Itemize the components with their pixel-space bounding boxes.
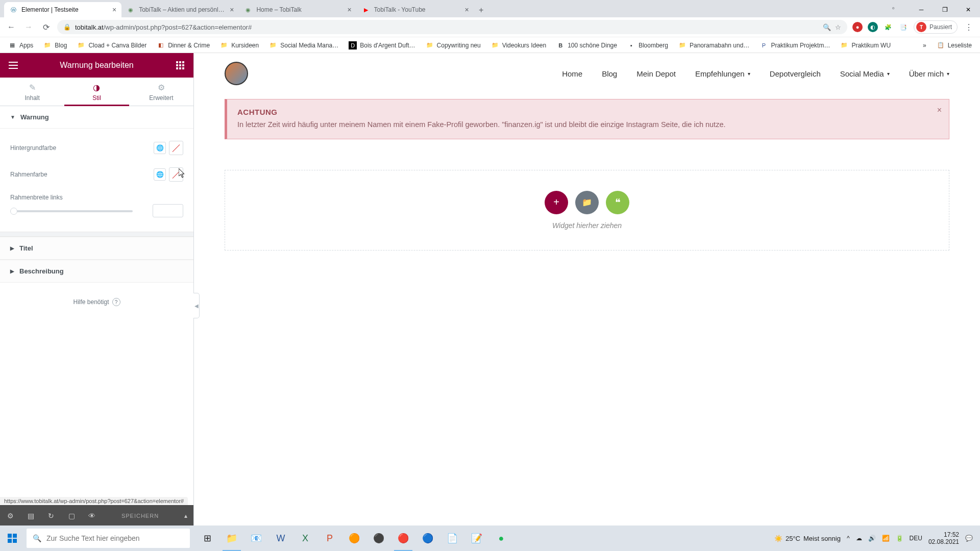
nav-about[interactable]: Über mich▾ [909, 69, 949, 78]
collapse-sidebar-handle[interactable]: ◀ [193, 293, 200, 318]
mail-icon[interactable]: 📧 [244, 525, 268, 551]
extensions-menu-icon[interactable]: 🧩 [883, 22, 893, 32]
bookmark-item[interactable]: PPraktikum Projektm… [755, 39, 834, 52]
bookmark-item[interactable]: 📁Videokurs Ideen [487, 39, 551, 52]
bookmark-item[interactable]: DBois d'Argent Duft… [345, 39, 419, 52]
bookmark-item[interactable]: 📁Social Media Mana… [265, 39, 342, 52]
help-link[interactable]: Hilfe benötigt ? [0, 283, 193, 321]
nav-depotvergleich[interactable]: Depotvergleich [770, 69, 821, 78]
notifications-icon[interactable]: 💬 [965, 535, 973, 542]
close-window-button[interactable]: ✕ [957, 2, 980, 17]
app-icon[interactable]: 📄 [440, 525, 464, 551]
tab-content[interactable]: ✎ Inhalt [0, 78, 64, 106]
weather-widget[interactable]: ☀️ 25°C Meist sonnig [774, 535, 841, 542]
save-options-icon[interactable]: ▴ [178, 512, 193, 519]
app-icon[interactable]: 🟠 [342, 525, 366, 551]
word-icon[interactable]: W [268, 525, 293, 551]
tab-advanced[interactable]: ⚙ Erweitert [129, 78, 193, 106]
bookmark-item[interactable]: 📁Panoramabahn und… [674, 39, 753, 52]
chrome-menu-icon[interactable]: ⋮ [963, 21, 975, 33]
onedrive-icon[interactable]: ☁ [856, 535, 862, 542]
global-color-button[interactable]: 🌐 [154, 142, 166, 154]
widgets-grid-icon[interactable] [172, 57, 188, 73]
excel-icon[interactable]: X [293, 525, 317, 551]
network-icon[interactable]: 🔊 [868, 535, 876, 542]
section-description-toggle[interactable]: ▶ Beschreibung [0, 260, 193, 283]
spotify-icon[interactable]: ● [489, 525, 513, 551]
forward-button[interactable]: → [22, 21, 35, 33]
settings-icon[interactable]: ⚙ [0, 512, 20, 520]
powerpoint-icon[interactable]: P [317, 525, 342, 551]
color-swatch[interactable] [169, 167, 183, 182]
minimize-button[interactable]: ─ [910, 2, 933, 17]
tab-close-icon[interactable]: × [465, 6, 469, 14]
section-title-toggle[interactable]: ▶ Titel [0, 237, 193, 260]
task-view-icon[interactable]: ⊞ [195, 525, 219, 551]
tab-close-icon[interactable]: × [112, 6, 116, 14]
bookmark-item[interactable]: 📁Cload + Canva Bilder [73, 39, 151, 52]
add-template-button[interactable]: 📁 [575, 191, 599, 214]
new-tab-button[interactable]: + [474, 3, 488, 17]
wifi-icon[interactable]: 📶 [882, 535, 890, 542]
slider-number-input[interactable] [153, 204, 183, 217]
zoom-icon[interactable]: 🔍 [823, 23, 831, 31]
tab-tobitalk-site[interactable]: ◉ TobiTalk – Aktien und persönlich… × [121, 2, 239, 17]
section-warning-toggle[interactable]: ▼ Warnung [0, 106, 193, 129]
bookmark-item[interactable]: B100 schöne Dinge [552, 39, 621, 52]
preview-icon[interactable]: 👁 [82, 512, 102, 520]
clock[interactable]: 17:52 02.08.2021 [928, 531, 959, 546]
reload-button[interactable]: ⟳ [40, 21, 52, 33]
url-input[interactable]: 🔒 tobitalk.at/wp-admin/post.php?post=627… [57, 20, 847, 34]
save-button[interactable]: SPEICHERN [102, 513, 178, 519]
battery-icon[interactable]: 🔋 [896, 535, 903, 542]
history-icon[interactable]: ↻ [41, 512, 61, 520]
edge-icon[interactable]: 🔵 [415, 525, 440, 551]
taskbar-search[interactable]: 🔍 Zur Suche Text hier eingeben [27, 529, 190, 548]
bookmark-star-icon[interactable]: ☆ [835, 23, 841, 31]
tab-close-icon[interactable]: × [230, 6, 234, 14]
tab-youtube[interactable]: ▶ TobiTalk - YouTube × [357, 2, 474, 17]
extension-icon[interactable]: ● [852, 22, 863, 32]
chrome-icon[interactable]: 🔴 [391, 525, 415, 551]
nav-empfehlungen[interactable]: Empfehlungen▾ [695, 69, 750, 78]
bookmark-item[interactable]: ◧Dinner & Crime [153, 39, 214, 52]
tab-elementor[interactable]: ⓦ Elementor | Testseite × [4, 2, 121, 17]
extension-icon[interactable]: ◐ [868, 22, 878, 32]
slider-track[interactable] [10, 210, 133, 212]
navigator-icon[interactable]: ▤ [20, 512, 41, 520]
global-color-button[interactable]: 🌐 [154, 168, 166, 181]
bookmark-item[interactable]: 📁Kursideen [216, 39, 263, 52]
start-button[interactable] [0, 525, 24, 551]
reading-list-icon[interactable]: 📑 [898, 22, 909, 32]
bookmark-item[interactable]: 📁Blog [39, 39, 71, 52]
explorer-icon[interactable]: 📁 [219, 525, 244, 551]
tab-home-tobitalk[interactable]: ◉ Home – TobiTalk × [239, 2, 356, 17]
nav-depot[interactable]: Mein Depot [636, 69, 676, 78]
language-indicator[interactable]: DEU [910, 535, 922, 542]
maximize-button[interactable]: ❐ [933, 2, 957, 17]
add-section-button[interactable]: + [545, 191, 568, 214]
bookmarks-overflow-icon[interactable]: » [919, 40, 930, 51]
nav-home[interactable]: Home [562, 69, 582, 78]
obs-icon[interactable]: ⚫ [366, 525, 391, 551]
responsive-icon[interactable]: ▢ [61, 512, 82, 520]
tab-close-icon[interactable]: × [347, 6, 351, 14]
add-envato-button[interactable]: ❝ [606, 191, 629, 214]
app-icon[interactable]: 📝 [464, 525, 489, 551]
alert-dismiss-icon[interactable]: × [937, 106, 942, 115]
bookmark-item[interactable]: 📁Praktikum WU [836, 39, 895, 52]
alert-widget[interactable]: ACHTUNG In letzter Zeit wird häufig unte… [225, 99, 949, 139]
bookmark-item[interactable]: 📁Copywriting neu [422, 39, 485, 52]
nav-blog[interactable]: Blog [602, 69, 617, 78]
color-swatch[interactable] [169, 141, 183, 155]
menu-icon[interactable] [5, 57, 21, 73]
slider-thumb[interactable] [10, 208, 17, 215]
apps-button[interactable]: ▦Apps [4, 39, 37, 52]
empty-section-dropzone[interactable]: + 📁 ❝ Widget hierher ziehen [225, 170, 949, 251]
account-switcher-icon[interactable]: ◦ [887, 2, 899, 14]
tray-overflow-icon[interactable]: ^ [847, 535, 850, 542]
site-logo[interactable] [225, 62, 248, 85]
reading-list-button[interactable]: 📋Leseliste [933, 39, 976, 52]
bookmark-item[interactable]: ▪Bloomberg [623, 39, 672, 52]
back-button[interactable]: ← [5, 21, 17, 33]
